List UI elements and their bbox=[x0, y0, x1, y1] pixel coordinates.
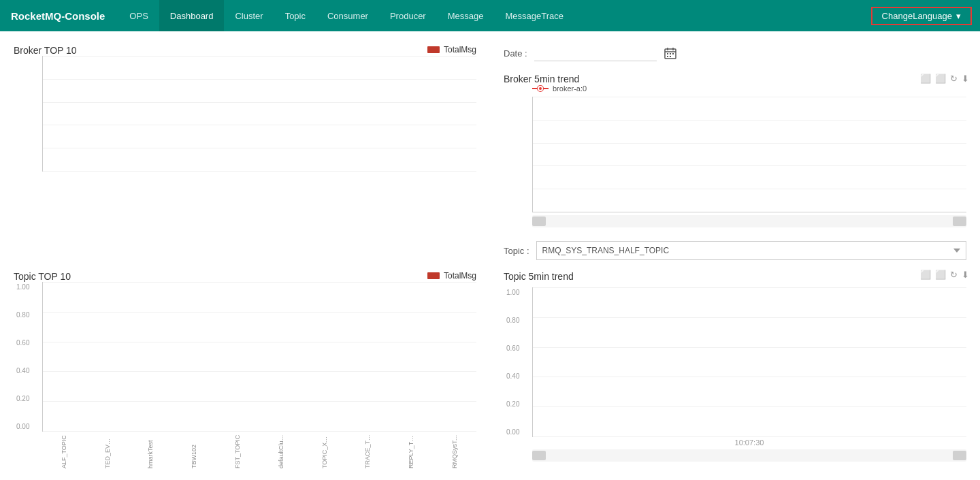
broker-trend-chart-wrapper bbox=[504, 97, 966, 212]
broker-trend-fullscreen-icon[interactable]: ⬜ bbox=[935, 74, 946, 84]
broker-top-grid bbox=[43, 56, 476, 171]
topic-trend-title: Topic 5min trend bbox=[504, 271, 574, 282]
date-section: Date : bbox=[490, 38, 980, 68]
topic-trend-icons: ⬜ ⬜ ↻ ⬇ bbox=[920, 270, 969, 280]
nav-consumer[interactable]: Consumer bbox=[316, 0, 379, 31]
svg-rect-7 bbox=[667, 56, 668, 57]
broker-trend-scrollbar bbox=[532, 215, 966, 227]
broker-trend-legend-line bbox=[532, 88, 549, 89]
svg-rect-5 bbox=[670, 53, 671, 54]
broker-trend-legend-label: broker-a:0 bbox=[553, 84, 587, 93]
topic-trend-refresh-icon[interactable]: ↻ bbox=[950, 270, 958, 280]
topic-trend-fullscreen-icon[interactable]: ⬜ bbox=[935, 270, 946, 280]
broker-trend-legend-dot bbox=[538, 86, 543, 91]
broker-trend-scrollbar-track[interactable] bbox=[532, 215, 966, 227]
topic-selector-dropdown[interactable]: RMQ_SYS_TRANS_HALF_TOPIC bbox=[536, 241, 966, 260]
broker-trend-download-icon[interactable]: ⬇ bbox=[962, 74, 969, 84]
nav-messagetrace[interactable]: MessageTrace bbox=[494, 0, 574, 31]
topic-trend-scrollbar-left[interactable] bbox=[532, 451, 546, 460]
topic-selector-section: Topic : RMQ_SYS_TRANS_HALF_TOPIC bbox=[490, 237, 980, 264]
broker-top-legend: TotalMsg bbox=[427, 45, 476, 54]
topic-trend-timestamp: 10:07:30 bbox=[532, 438, 966, 447]
calendar-icon[interactable] bbox=[664, 46, 677, 60]
svg-rect-6 bbox=[672, 53, 674, 54]
nav-producer[interactable]: Producer bbox=[379, 0, 437, 31]
nav-cluster[interactable]: Cluster bbox=[224, 0, 274, 31]
date-label: Date : bbox=[504, 48, 527, 59]
topic-top-grid bbox=[43, 282, 476, 431]
topic-top-panel: Topic TOP 10 TotalMsg 1.00 0.80 0.60 0.4… bbox=[0, 264, 490, 475]
broker-trend-title: Broker 5min trend bbox=[504, 74, 579, 84]
broker-trend-grid bbox=[533, 97, 966, 212]
broker-trend-chart-area bbox=[532, 97, 966, 212]
broker-top-legend-box bbox=[427, 46, 440, 53]
topic-top-legend: TotalMsg bbox=[427, 271, 476, 281]
broker-trend-scrollbar-right[interactable] bbox=[953, 217, 966, 226]
topic-top-title: Topic TOP 10 bbox=[14, 271, 71, 282]
svg-rect-8 bbox=[670, 56, 671, 57]
topic-top-x-labels: ALF_TOPIC TED_EVENT hmarkTest TBW102 FST… bbox=[42, 432, 476, 468]
broker-top-panel: Broker TOP 10 TotalMsg bbox=[0, 38, 490, 264]
topic-trend-grid bbox=[533, 287, 966, 436]
topic-trend-scrollbar-track[interactable] bbox=[532, 449, 966, 462]
topic-top-chart-wrapper: 1.00 0.80 0.60 0.40 0.20 0.00 ALF bbox=[14, 282, 476, 468]
broker-top-chart-wrapper bbox=[14, 56, 476, 172]
change-language-button[interactable]: ChangeLanguage ▾ bbox=[871, 7, 972, 25]
broker-trend-scrollbar-left[interactable] bbox=[532, 217, 546, 226]
topic-trend-chart-wrapper: 1.00 0.80 0.60 0.40 0.20 0.00 10:07:30 bbox=[504, 287, 966, 462]
nav-dashboard[interactable]: Dashboard bbox=[159, 0, 225, 31]
topic-trend-scrollbar bbox=[532, 449, 966, 462]
nav-ops[interactable]: OPS bbox=[118, 0, 159, 31]
topic-selector-label: Topic : bbox=[504, 246, 529, 256]
broker-trend-legend: broker-a:0 bbox=[532, 84, 966, 93]
topic-trend-chart-area bbox=[532, 287, 966, 437]
broker-trend-panel: Broker 5min trend ⬜ ⬜ ↻ ⬇ broker-a:0 bbox=[490, 68, 980, 237]
broker-trend-expand-icon[interactable]: ⬜ bbox=[920, 74, 931, 84]
topic-trend-scrollbar-right[interactable] bbox=[953, 451, 966, 460]
topic-top-y-labels: 1.00 0.80 0.60 0.40 0.20 0.00 bbox=[16, 282, 29, 432]
nav-message[interactable]: Message bbox=[437, 0, 495, 31]
broker-top-chart-area bbox=[42, 56, 476, 172]
topic-trend-download-icon[interactable]: ⬇ bbox=[962, 270, 969, 280]
topic-trend-panel: Topic 5min trend ⬜ ⬜ ↻ ⬇ 1.00 0.80 0.60 … bbox=[490, 264, 980, 475]
broker-top-title: Broker TOP 10 bbox=[14, 45, 77, 56]
broker-trend-refresh-icon[interactable]: ↻ bbox=[950, 74, 958, 84]
topic-trend-y-labels: 1.00 0.80 0.60 0.40 0.20 0.00 bbox=[506, 287, 519, 437]
date-input[interactable] bbox=[534, 45, 657, 61]
topic-top-legend-box bbox=[427, 272, 440, 279]
svg-rect-4 bbox=[667, 53, 668, 54]
right-column: Date : Broker 5min trend ⬜ ⬜ ↻ ⬇ bbox=[490, 38, 980, 264]
broker-trend-icons: ⬜ ⬜ ↻ ⬇ bbox=[920, 74, 969, 84]
topic-trend-expand-icon[interactable]: ⬜ bbox=[920, 270, 931, 280]
app-brand: RocketMQ-Console bbox=[11, 10, 105, 22]
nav-topic[interactable]: Topic bbox=[274, 0, 316, 31]
topic-top-chart-area bbox=[42, 282, 476, 432]
